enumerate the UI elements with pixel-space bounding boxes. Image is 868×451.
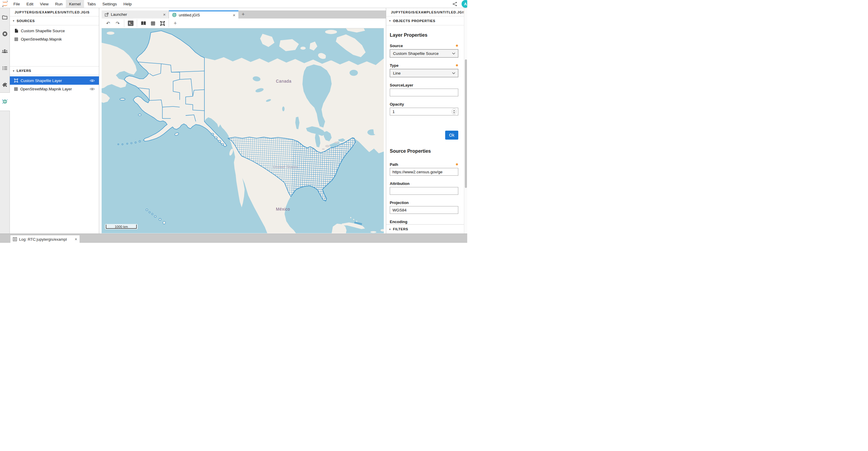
source-properties-title: Source Properties bbox=[390, 148, 458, 154]
tab-launcher[interactable]: Launcher × bbox=[102, 10, 169, 19]
jupyterlab-window: File Edit View Run Kernel Tabs Settings … bbox=[0, 0, 467, 243]
redo-button[interactable]: ↷ bbox=[114, 19, 122, 27]
menu-kernel[interactable]: Kernel bbox=[66, 0, 84, 8]
menu-view[interactable]: View bbox=[37, 0, 52, 8]
source-item-custom-shapefile[interactable]: Custom Shapefile Source bbox=[10, 27, 99, 35]
sourcelayer-input[interactable] bbox=[390, 89, 458, 96]
projection-input[interactable] bbox=[390, 206, 458, 214]
toolbar-separator bbox=[124, 19, 124, 27]
chevron-down-icon: ▾ bbox=[13, 19, 14, 22]
right-scrollbar-track[interactable] bbox=[464, 8, 467, 233]
right-sidebar-panel: JUPYTERGIS/EXAMPLES/UNTITLED.JGIS ▾ OBJE… bbox=[386, 8, 464, 233]
menu-bar: File Edit View Run Kernel Tabs Settings … bbox=[0, 0, 467, 8]
required-asterisk: ✱ bbox=[456, 163, 458, 166]
scale-label: 1000 km bbox=[115, 225, 128, 228]
opacity-field-label: Opacity bbox=[390, 102, 404, 107]
properties-form: Layer Properties Source ✱ Custom Shapefi… bbox=[386, 25, 464, 224]
type-field-label: Type bbox=[390, 63, 398, 68]
menu-edit[interactable]: Edit bbox=[23, 0, 37, 8]
undo-button[interactable]: ↶ bbox=[104, 19, 112, 27]
close-icon[interactable]: × bbox=[233, 13, 236, 17]
sourcelayer-field-label: SourceLayer bbox=[390, 83, 413, 87]
launcher-icon bbox=[104, 12, 109, 17]
grid-icon bbox=[151, 21, 155, 26]
source-item-label: Custom Shapefile Source bbox=[21, 29, 65, 33]
number-spinner[interactable] bbox=[452, 109, 457, 115]
add-button[interactable]: + bbox=[171, 19, 179, 27]
source-select[interactable]: Custom Shapefile Source bbox=[390, 49, 458, 58]
objects-properties-header[interactable]: ▾ OBJECTS PROPERTIES bbox=[386, 17, 464, 25]
close-icon[interactable]: × bbox=[163, 12, 166, 17]
menu-settings[interactable]: Settings bbox=[99, 0, 120, 8]
vector-layer-button[interactable] bbox=[158, 19, 166, 27]
close-icon[interactable]: × bbox=[75, 237, 77, 242]
console-button[interactable]: $_ bbox=[126, 19, 135, 27]
grid-icon bbox=[14, 37, 19, 41]
spinner-up-icon bbox=[453, 110, 455, 112]
map-label-united-states: United States bbox=[273, 165, 298, 169]
spinner-down-icon bbox=[453, 112, 455, 113]
type-select[interactable]: Line bbox=[390, 69, 458, 77]
type-select-value: Line bbox=[393, 71, 401, 76]
sources-section-title: SOURCES bbox=[17, 19, 35, 23]
running-kernels-icon[interactable] bbox=[0, 29, 9, 38]
sources-section-header[interactable]: ▾ SOURCES bbox=[10, 17, 99, 25]
terminal-icon: $_ bbox=[128, 21, 133, 26]
basemap-button[interactable] bbox=[139, 19, 148, 27]
left-sidebar-panel: JUPYTERGIS/EXAMPLES/UNTITLED.JGIS ▾ SOUR… bbox=[10, 8, 99, 233]
attribution-input[interactable] bbox=[390, 187, 458, 195]
map-label-canada: Canada bbox=[276, 79, 291, 84]
raster-layer-button[interactable] bbox=[149, 19, 157, 27]
chevron-down-icon bbox=[452, 53, 455, 55]
eye-visibility-icon[interactable] bbox=[90, 87, 95, 91]
chevron-down-icon: ▾ bbox=[389, 228, 391, 231]
user-avatar[interactable]: A bbox=[462, 0, 467, 8]
eye-visibility-icon[interactable] bbox=[90, 79, 95, 82]
filters-section-header[interactable]: ▾ FILTERS bbox=[386, 224, 464, 233]
log-console-tab[interactable]: Log: RTC:jupytergis/exampl × bbox=[10, 235, 80, 243]
new-tab-button[interactable]: + bbox=[238, 10, 248, 19]
menu-tabs[interactable]: Tabs bbox=[84, 0, 99, 8]
map-toolbar: ↶ ↷ $_ + bbox=[102, 19, 384, 28]
toolbar-separator bbox=[137, 19, 137, 27]
tab-untitled-jgis[interactable]: untitled.jGIS × bbox=[169, 10, 238, 19]
file-icon bbox=[14, 29, 19, 33]
map-canvas[interactable]: Canada United States México 1000 km bbox=[102, 28, 384, 233]
menu-help[interactable]: Help bbox=[120, 0, 135, 8]
collaborators-icon[interactable] bbox=[0, 47, 9, 55]
status-bar: Log: RTC:jupytergis/exampl × bbox=[0, 233, 467, 243]
menu-file[interactable]: File bbox=[10, 0, 23, 8]
extensions-icon[interactable] bbox=[0, 80, 9, 89]
left-panel-breadcrumb: JUPYTERGIS/EXAMPLES/UNTITLED.JGIS bbox=[10, 8, 99, 17]
file-browser-icon[interactable] bbox=[0, 13, 9, 22]
path-field-label: Path bbox=[390, 162, 398, 167]
menu-run[interactable]: Run bbox=[52, 0, 66, 8]
required-asterisk: ✱ bbox=[456, 44, 458, 48]
layer-item-label: Custom Shapefile Layer bbox=[21, 79, 62, 83]
left-activity-bar bbox=[0, 8, 10, 233]
layers-section-title: LAYERS bbox=[17, 69, 31, 73]
chevron-down-icon: ▾ bbox=[13, 69, 14, 73]
open-book-icon bbox=[141, 21, 146, 26]
source-select-value: Custom Shapefile Source bbox=[393, 51, 439, 56]
objects-properties-title: OBJECTS PROPERTIES bbox=[393, 19, 435, 23]
required-asterisk: ✱ bbox=[456, 63, 458, 67]
jupytergis-globe-icon[interactable] bbox=[0, 97, 9, 106]
share-icon[interactable] bbox=[451, 0, 459, 8]
tab-label: Launcher bbox=[111, 12, 127, 17]
opacity-input[interactable] bbox=[390, 108, 458, 115]
encoding-field-label: Encoding bbox=[390, 220, 407, 224]
layer-item-custom-shapefile[interactable]: Custom Shapefile Layer bbox=[10, 76, 99, 85]
vector-polygon-icon bbox=[14, 79, 18, 83]
tab-label: untitled.jGIS bbox=[179, 13, 200, 17]
source-item-openstreetmap[interactable]: OpenStreetMap.Mapnik bbox=[10, 35, 99, 43]
scrollbar-thumb[interactable] bbox=[465, 59, 467, 188]
table-of-contents-icon[interactable] bbox=[0, 63, 9, 73]
layer-properties-title: Layer Properties bbox=[390, 32, 458, 38]
ok-button[interactable]: Ok bbox=[445, 131, 458, 140]
log-tab-label: Log: RTC:jupytergis/exampl bbox=[19, 237, 67, 242]
layers-section-header[interactable]: ▾ LAYERS bbox=[10, 66, 99, 75]
layer-item-openstreetmap[interactable]: OpenStreetMap.Mapnik Layer bbox=[10, 85, 99, 93]
path-input[interactable] bbox=[390, 168, 458, 176]
right-panel-breadcrumb: JUPYTERGIS/EXAMPLES/UNTITLED.JGIS bbox=[386, 8, 464, 17]
